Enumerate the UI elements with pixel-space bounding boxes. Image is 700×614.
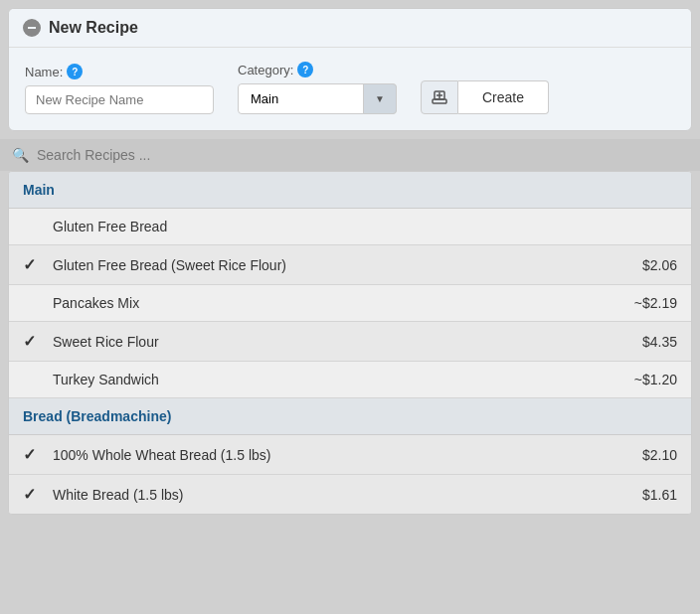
panel-title: New Recipe (49, 19, 138, 37)
check-mark: ✓ (23, 332, 43, 351)
recipe-name: Pancakes Mix (53, 295, 617, 311)
recipe-item[interactable]: Gluten Free Bread (9, 209, 691, 245)
recipe-name: Gluten Free Bread (Sweet Rice Flour) (53, 257, 617, 273)
recipe-item[interactable]: ✓100% Whole Wheat Bread (1.5 lbs)$2.10 (9, 435, 691, 475)
name-input[interactable] (25, 85, 214, 114)
collapse-icon[interactable] (23, 19, 41, 37)
recipe-price: ~$2.19 (627, 295, 677, 311)
recipe-item[interactable]: ✓Gluten Free Bread (Sweet Rice Flour)$2.… (9, 245, 691, 285)
recipe-price: ~$1.20 (627, 372, 677, 387)
panel-header: New Recipe (9, 9, 691, 48)
recipe-price: $4.35 (627, 334, 677, 350)
recipe-price: $2.06 (627, 257, 677, 273)
recipe-item[interactable]: Turkey Sandwich~$1.20 (9, 362, 691, 398)
new-recipe-panel: New Recipe Name: ? Category: ? MainBread… (8, 8, 692, 131)
create-button-group: Create (421, 80, 549, 114)
search-input[interactable] (37, 147, 688, 163)
check-mark: ✓ (23, 255, 43, 274)
recipe-name: Gluten Free Bread (53, 219, 617, 234)
category-header: Main (9, 172, 691, 209)
recipe-item[interactable]: Pancakes Mix~$2.19 (9, 285, 691, 322)
recipe-item[interactable]: ✓Sweet Rice Flour$4.35 (9, 322, 691, 362)
recipe-price: $2.10 (627, 447, 677, 463)
name-field-group: Name: ? (25, 64, 214, 114)
check-mark: ✓ (23, 445, 43, 464)
panel-body: Name: ? Category: ? MainBread (Breadmach… (9, 48, 691, 130)
category-header: Bread (Breadmachine) (9, 398, 691, 435)
category-label: Category: ? (238, 62, 397, 77)
category-select[interactable]: MainBread (Breadmachine)DessertsSoupsSal… (238, 83, 397, 114)
recipe-name: Turkey Sandwich (53, 372, 617, 387)
recipe-name: 100% Whole Wheat Bread (1.5 lbs) (53, 447, 617, 463)
search-bar: 🔍 (0, 139, 700, 171)
create-button[interactable]: Create (458, 80, 549, 114)
category-help-icon[interactable]: ? (297, 62, 313, 77)
recipe-name: White Bread (1.5 lbs) (53, 487, 617, 503)
recipe-price: $1.61 (627, 487, 677, 503)
export-icon (432, 89, 447, 105)
category-field-group: Category: ? MainBread (Breadmachine)Dess… (238, 62, 397, 114)
name-label: Name: ? (25, 64, 214, 79)
export-button[interactable] (421, 80, 458, 114)
check-mark: ✓ (23, 485, 43, 504)
recipe-name: Sweet Rice Flour (53, 334, 617, 350)
search-icon: 🔍 (12, 147, 29, 163)
recipe-item[interactable]: ✓White Bread (1.5 lbs)$1.61 (9, 475, 691, 514)
recipe-list: MainGluten Free Bread✓Gluten Free Bread … (8, 171, 692, 515)
name-help-icon[interactable]: ? (67, 64, 83, 79)
category-select-wrapper: MainBread (Breadmachine)DessertsSoupsSal… (238, 83, 397, 114)
